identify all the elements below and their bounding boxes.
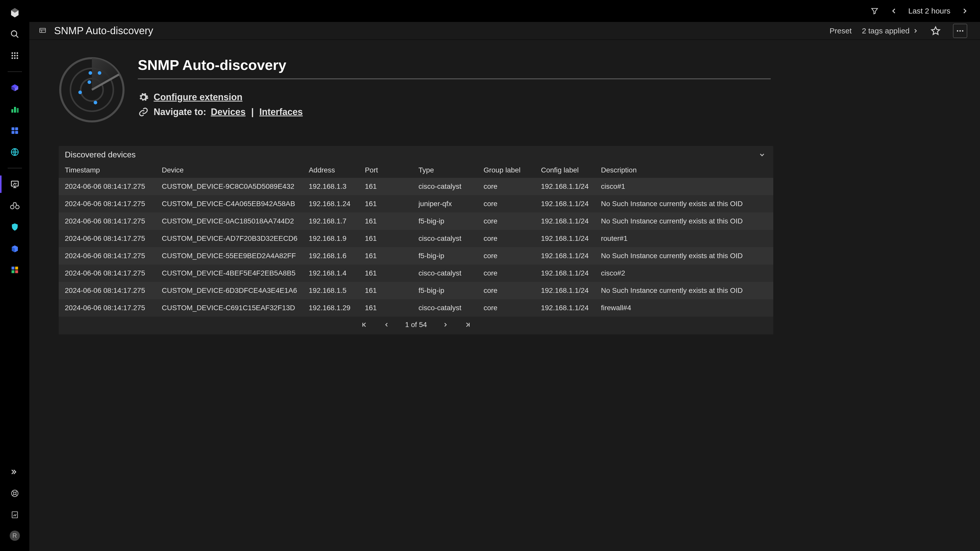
table-row[interactable]: 2024-06-06 08:14:17.275CUSTOM_DEVICE-C4A… <box>59 195 773 213</box>
svg-line-40 <box>16 494 17 495</box>
cell-timestamp: 2024-06-06 08:14:17.275 <box>59 282 156 299</box>
table-row[interactable]: 2024-06-06 08:14:17.275CUSTOM_DEVICE-C69… <box>59 299 773 317</box>
cell-timestamp: 2024-06-06 08:14:17.275 <box>59 195 156 213</box>
configure-extension-link[interactable]: Configure extension <box>154 92 242 103</box>
header-row: SNMP Auto-discovery Preset 2 tags applie… <box>29 22 980 40</box>
tags-applied-link[interactable]: 2 tags applied <box>862 27 918 35</box>
svg-rect-17 <box>14 107 16 113</box>
panel-collapse-icon[interactable] <box>759 151 765 159</box>
svg-line-3 <box>16 35 18 38</box>
page-first-icon[interactable] <box>360 321 368 329</box>
svg-point-9 <box>16 55 18 56</box>
nav-item-box-icon[interactable] <box>9 243 21 254</box>
col-type[interactable]: Type <box>412 162 477 178</box>
reports-icon[interactable] <box>9 509 21 520</box>
help-icon[interactable] <box>9 488 21 499</box>
cell-address: 192.168.1.3 <box>303 178 359 195</box>
nav-devices-link[interactable]: Devices <box>211 106 245 118</box>
cell-timestamp: 2024-06-06 08:14:17.275 <box>59 230 156 247</box>
logo-icon[interactable] <box>9 7 21 18</box>
preset-link[interactable]: Preset <box>829 27 852 35</box>
search-icon[interactable] <box>9 29 21 40</box>
col-timestamp[interactable]: Timestamp <box>59 162 156 178</box>
svg-point-28 <box>15 205 19 209</box>
nav-item-monitor-icon[interactable] <box>9 179 21 190</box>
cell-address: 192.168.1.7 <box>303 213 359 230</box>
more-menu-icon[interactable] <box>953 24 967 38</box>
nav-item-blocks-icon[interactable] <box>9 264 21 275</box>
cell-device: CUSTOM_DEVICE-C691C15EAF32F13D <box>156 299 303 317</box>
cell-port: 161 <box>359 230 412 247</box>
nav-item-globe-icon[interactable] <box>9 146 21 158</box>
gear-icon <box>138 92 149 103</box>
table-row[interactable]: 2024-06-06 08:14:17.275CUSTOM_DEVICE-55E… <box>59 247 773 265</box>
svg-point-10 <box>11 57 13 59</box>
cell-config_label: 192.168.1.1/24 <box>535 230 595 247</box>
favorite-star-icon[interactable] <box>928 24 943 38</box>
table-row[interactable]: 2024-06-06 08:14:17.275CUSTOM_DEVICE-4BE… <box>59 265 773 282</box>
cell-config_label: 192.168.1.1/24 <box>535 247 595 265</box>
svg-rect-32 <box>15 267 18 269</box>
cell-group_label: core <box>477 247 535 265</box>
table-row[interactable]: 2024-06-06 08:14:17.275CUSTOM_DEVICE-0AC… <box>59 213 773 230</box>
apps-icon[interactable] <box>9 50 21 61</box>
svg-point-6 <box>16 52 18 54</box>
nav-item-chart-icon[interactable] <box>9 103 21 115</box>
nav-item-cube-icon[interactable] <box>9 82 21 94</box>
page-next-icon[interactable] <box>441 321 449 329</box>
svg-rect-20 <box>15 127 18 130</box>
cell-type: cisco-catalyst <box>412 230 477 247</box>
svg-rect-21 <box>11 131 14 134</box>
col-port[interactable]: Port <box>359 162 412 178</box>
cell-group_label: core <box>477 178 535 195</box>
paginator: 1 of 54 <box>59 317 773 334</box>
cell-group_label: core <box>477 299 535 317</box>
svg-point-27 <box>11 205 14 209</box>
cell-timestamp: 2024-06-06 08:14:17.275 <box>59 265 156 282</box>
svg-point-2 <box>11 31 17 36</box>
page-prev-icon[interactable] <box>383 321 391 329</box>
nav-item-binoculars-icon[interactable] <box>9 200 21 211</box>
col-description[interactable]: Description <box>595 162 773 178</box>
expand-sidebar-icon[interactable] <box>9 466 21 478</box>
table-row[interactable]: 2024-06-06 08:14:17.275CUSTOM_DEVICE-6D3… <box>59 282 773 299</box>
cell-port: 161 <box>359 213 412 230</box>
col-config-label[interactable]: Config label <box>535 162 595 178</box>
cell-port: 161 <box>359 265 412 282</box>
sidebar: R <box>0 0 29 551</box>
cell-description: router#1 <box>595 230 773 247</box>
cell-timestamp: 2024-06-06 08:14:17.275 <box>59 178 156 195</box>
nav-interfaces-link[interactable]: Interfaces <box>259 106 303 118</box>
cell-description: No Such Instance currently exists at thi… <box>595 195 773 213</box>
page-last-icon[interactable] <box>464 321 472 329</box>
cell-device: CUSTOM_DEVICE-9C8C0A5D5089E432 <box>156 178 303 195</box>
cell-address: 192.168.1.4 <box>303 265 359 282</box>
time-range-label[interactable]: Last 2 hours <box>908 6 950 15</box>
col-address[interactable]: Address <box>303 162 359 178</box>
cell-device: CUSTOM_DEVICE-6D3DFCE4A3E4E1A6 <box>156 282 303 299</box>
cell-config_label: 192.168.1.1/24 <box>535 178 595 195</box>
cell-device: CUSTOM_DEVICE-0AC185018AA744D2 <box>156 213 303 230</box>
cell-config_label: 192.168.1.1/24 <box>535 195 595 213</box>
nav-item-shield-icon[interactable] <box>9 221 21 233</box>
filter-icon[interactable] <box>870 6 880 16</box>
cell-type: cisco-catalyst <box>412 299 477 317</box>
cell-config_label: 192.168.1.1/24 <box>535 299 595 317</box>
time-next-icon[interactable] <box>959 6 970 16</box>
nav-item-grid-icon[interactable] <box>9 125 21 136</box>
col-device[interactable]: Device <box>156 162 303 178</box>
cell-type: juniper-qfx <box>412 195 477 213</box>
svg-point-5 <box>14 52 15 54</box>
radar-graphic <box>59 57 125 123</box>
svg-point-8 <box>14 55 15 56</box>
user-avatar[interactable]: R <box>10 530 20 541</box>
table-row[interactable]: 2024-06-06 08:14:17.275CUSTOM_DEVICE-9C8… <box>59 178 773 195</box>
table-row[interactable]: 2024-06-06 08:14:17.275CUSTOM_DEVICE-AD7… <box>59 230 773 247</box>
svg-rect-31 <box>11 267 14 269</box>
cell-device: CUSTOM_DEVICE-55EE9BED2A4A82FF <box>156 247 303 265</box>
topbar: Last 2 hours <box>29 0 980 22</box>
navigate-label: Navigate to: <box>154 106 206 118</box>
cell-description: firewall#4 <box>595 299 773 317</box>
time-prev-icon[interactable] <box>889 6 899 16</box>
col-group-label[interactable]: Group label <box>477 162 535 178</box>
